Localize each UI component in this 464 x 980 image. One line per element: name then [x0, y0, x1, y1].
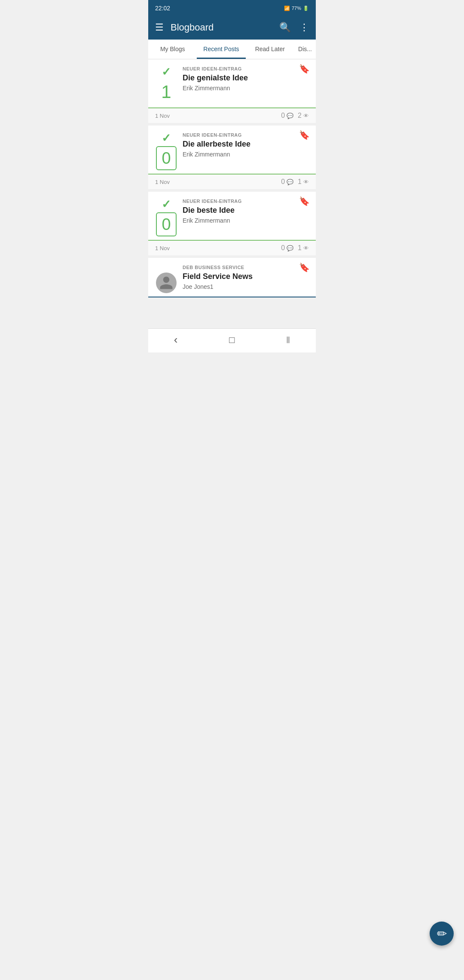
comment-icon: 💬 — [287, 179, 293, 185]
post-card-body: 🔖 DEB BUSINESS SERVICE Field Service New… — [148, 258, 316, 297]
vote-count[interactable]: 0 — [156, 146, 177, 170]
home-button[interactable]: □ — [229, 334, 235, 346]
post-card[interactable]: 🔖 DEB BUSINESS SERVICE Field Service New… — [148, 258, 316, 297]
post-category: NEUER IDEEN-EINTRAG — [183, 199, 296, 204]
user-avatar-icon — [159, 275, 174, 291]
post-stats: 0 💬 2 👁 — [281, 112, 309, 119]
post-author: Joe Jones1 — [183, 283, 296, 290]
post-author: Erik Zimmermann — [183, 217, 296, 224]
view-count: 1 — [298, 178, 302, 186]
view-stat: 1 👁 — [298, 178, 309, 186]
view-icon: 👁 — [303, 245, 309, 251]
check-icon: ✓ — [162, 199, 171, 210]
app-title: Blogboard — [171, 22, 279, 33]
post-card-body: 🔖 ✓ 0 NEUER IDEEN-EINTRAG Die allerbeste… — [148, 126, 316, 174]
post-card[interactable]: 🔖 ✓ 1 NEUER IDEEN-EINTRAG Die genialste … — [148, 59, 316, 123]
status-bar: 22:02 📶 77% 🔋 — [148, 0, 316, 15]
comment-count: 0 — [281, 112, 285, 119]
view-count: 1 — [298, 244, 302, 252]
bookmark-icon[interactable]: 🔖 — [299, 262, 310, 273]
post-title: Die allerbeste Idee — [183, 139, 296, 149]
post-category: NEUER IDEEN-EINTRAG — [183, 132, 296, 138]
content-area: 🔖 ✓ 1 NEUER IDEEN-EINTRAG Die genialste … — [148, 59, 316, 328]
check-icon: ✓ — [162, 132, 171, 144]
comment-stat: 0 💬 — [281, 112, 293, 119]
post-left — [155, 265, 177, 293]
view-icon: 👁 — [303, 113, 309, 119]
bottom-nav: ‹ □ ⦀ — [148, 328, 316, 352]
post-footer: 1 Nov 0 💬 2 👁 — [148, 107, 316, 123]
view-stat: 1 👁 — [298, 244, 309, 252]
comment-icon: 💬 — [287, 245, 293, 251]
post-divider — [148, 297, 316, 297]
post-footer: 1 Nov 0 💬 1 👁 — [148, 174, 316, 189]
post-date: 1 Nov — [155, 245, 281, 251]
battery-icon: 🔋 — [303, 6, 309, 11]
post-card[interactable]: 🔖 ✓ 0 NEUER IDEEN-EINTRAG Die beste Idee… — [148, 192, 316, 255]
post-title: Die genialste Idee — [183, 73, 296, 83]
view-icon: 👁 — [303, 179, 309, 185]
tab-my-blogs[interactable]: My Blogs — [148, 40, 197, 59]
post-category: NEUER IDEEN-EINTRAG — [183, 66, 296, 71]
bookmark-icon[interactable]: 🔖 — [299, 64, 310, 74]
bookmark-icon[interactable]: 🔖 — [299, 196, 310, 206]
view-stat: 2 👁 — [298, 112, 309, 119]
post-stats: 0 💬 1 👁 — [281, 244, 309, 252]
post-card[interactable]: 🔖 ✓ 0 NEUER IDEEN-EINTRAG Die allerbeste… — [148, 126, 316, 189]
comment-stat: 0 💬 — [281, 178, 293, 186]
post-category: DEB BUSINESS SERVICE — [183, 265, 296, 270]
sim-icon: 📶 — [284, 6, 290, 11]
post-card-body: 🔖 ✓ 1 NEUER IDEEN-EINTRAG Die genialste … — [148, 59, 316, 107]
post-left: ✓ 1 — [155, 66, 177, 104]
vote-count[interactable]: 1 — [156, 80, 177, 104]
vote-count[interactable]: 0 — [156, 212, 177, 236]
back-button[interactable]: ‹ — [174, 333, 178, 346]
post-content: NEUER IDEEN-EINTRAG Die beste Idee Erik … — [183, 199, 309, 224]
comment-icon: 💬 — [287, 113, 293, 119]
app-bar-actions: 🔍 ⋮ — [279, 22, 309, 33]
post-stats: 0 💬 1 👁 — [281, 178, 309, 186]
tab-read-later[interactable]: Read Later — [246, 40, 294, 59]
post-content: DEB BUSINESS SERVICE Field Service News … — [183, 265, 309, 290]
avatar — [156, 273, 177, 293]
post-date: 1 Nov — [155, 113, 281, 119]
comment-stat: 0 💬 — [281, 244, 293, 252]
bookmark-icon[interactable]: 🔖 — [299, 130, 310, 140]
post-title: Field Service News — [183, 272, 296, 282]
post-date: 1 Nov — [155, 179, 281, 185]
post-content: NEUER IDEEN-EINTRAG Die allerbeste Idee … — [183, 132, 309, 158]
post-footer: 1 Nov 0 💬 1 👁 — [148, 240, 316, 255]
post-card-body: 🔖 ✓ 0 NEUER IDEEN-EINTRAG Die beste Idee… — [148, 192, 316, 240]
comment-count: 0 — [281, 244, 285, 252]
status-icons: 📶 77% 🔋 — [284, 6, 309, 11]
app-bar: ☰ Blogboard 🔍 ⋮ — [148, 15, 316, 40]
post-author: Erik Zimmermann — [183, 85, 296, 92]
comment-count: 0 — [281, 178, 285, 186]
menu-icon[interactable]: ☰ — [155, 22, 164, 33]
post-author: Erik Zimmermann — [183, 151, 296, 158]
tab-bar: My Blogs Recent Posts Read Later Dis... — [148, 40, 316, 59]
tab-discover[interactable]: Dis... — [294, 40, 316, 59]
search-icon[interactable]: 🔍 — [279, 22, 291, 33]
status-time: 22:02 — [155, 5, 170, 12]
check-icon: ✓ — [162, 66, 171, 77]
battery-text: 77% — [292, 6, 301, 11]
post-title: Die beste Idee — [183, 205, 296, 215]
tab-recent-posts[interactable]: Recent Posts — [197, 40, 245, 59]
post-content: NEUER IDEEN-EINTRAG Die genialste Idee E… — [183, 66, 309, 92]
post-left: ✓ 0 — [155, 132, 177, 170]
apps-button[interactable]: ⦀ — [286, 334, 290, 346]
more-icon[interactable]: ⋮ — [299, 22, 309, 33]
post-left: ✓ 0 — [155, 199, 177, 236]
view-count: 2 — [298, 112, 302, 119]
